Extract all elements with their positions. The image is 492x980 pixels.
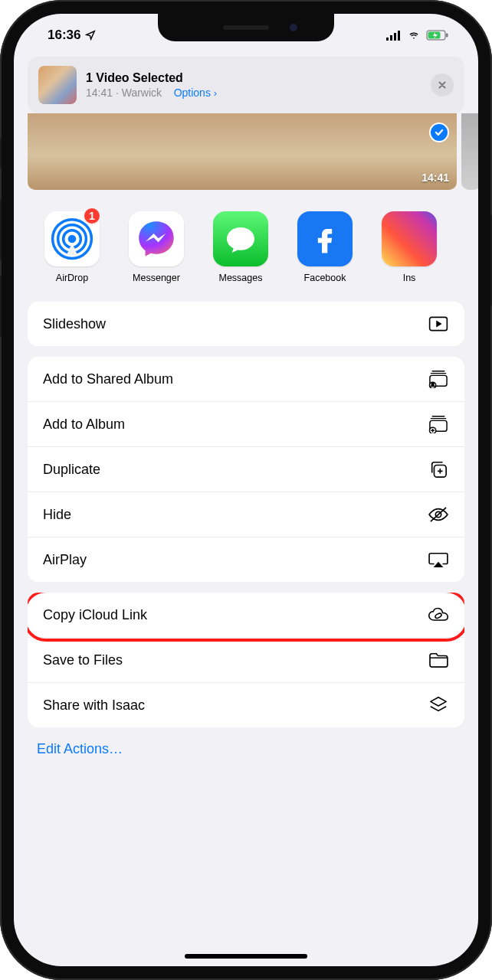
preview-thumbnail-next[interactable] [461,113,478,190]
app-label: Messenger [121,273,192,283]
selection-title: 1 Video Selected [86,71,421,85]
folder-icon [428,652,449,668]
options-button[interactable]: Options [174,87,211,99]
eye-slash-icon [428,506,449,523]
app-label: Messages [205,273,276,283]
add-album-icon [428,416,449,433]
action-label: Hide [43,507,71,523]
facebook-icon [297,211,353,266]
close-icon [437,80,448,90]
volume-up-button [0,199,2,260]
selection-time: 14:41 [86,87,113,99]
share-app-airdrop[interactable]: 1 AirDrop [37,211,107,283]
battery-icon [426,30,449,41]
svg-point-14 [431,383,434,385]
action-label: Duplicate [43,462,100,478]
messenger-icon [129,211,184,266]
svg-rect-1 [390,35,392,41]
svg-rect-5 [446,34,448,38]
stack-icon [428,697,449,714]
notch [158,14,334,41]
svg-point-7 [68,235,77,243]
selection-location: Warwick [122,87,162,99]
app-label: Ins [374,273,444,283]
play-rect-icon [428,315,449,332]
action-hide[interactable]: Hide [28,492,464,537]
preview-duration: 14:41 [421,172,449,184]
airdrop-badge: 1 [83,207,101,225]
share-app-facebook[interactable]: Facebook [290,211,360,283]
preview-thumbnail[interactable]: 14:41 [28,113,457,190]
shared-album-icon [428,371,449,387]
action-add-album[interactable]: Add to Album [28,401,464,446]
instagram-icon [382,211,437,266]
action-airplay[interactable]: AirPlay [28,537,464,582]
action-slideshow[interactable]: Slideshow [28,302,464,346]
edit-actions-button[interactable]: Edit Actions… [14,727,478,771]
volume-down-button [0,276,2,337]
selection-thumbnail [38,66,77,104]
location-icon [85,30,96,41]
action-copy-icloud-link[interactable]: Copy iCloud Link [28,593,464,637]
airplay-icon [428,551,449,568]
silent-switch [0,138,2,168]
action-label: Copy iCloud Link [43,607,147,623]
action-add-shared-album[interactable]: Add to Shared Album [28,357,464,401]
chevron-right-icon: › [214,87,217,99]
action-label: Add to Album [43,416,125,433]
selection-subtitle: 14:41 · Warwick Options › [86,87,421,99]
screen: 16:36 [14,14,478,966]
home-indicator[interactable] [185,954,307,959]
share-app-messages[interactable]: Messages [205,211,276,283]
share-app-messenger[interactable]: Messenger [121,211,192,283]
action-label: AirPlay [43,552,87,568]
preview-strip[interactable]: 14:41 [28,113,478,190]
selected-check-icon [429,122,449,142]
share-app-row[interactable]: 1 AirDrop [14,190,478,297]
svg-rect-0 [386,38,389,41]
app-label: Facebook [290,273,360,283]
app-label: AirDrop [37,273,107,283]
share-app-instagram[interactable]: Ins [374,211,444,283]
action-label: Add to Shared Album [43,371,173,387]
svg-point-19 [435,612,442,619]
action-list: Slideshow Add to Shared Album [14,297,478,727]
action-save-to-files[interactable]: Save to Files [28,637,464,682]
svg-rect-2 [394,33,396,41]
status-time: 16:36 [48,28,80,43]
cellular-icon [386,30,402,41]
action-label: Save to Files [43,652,123,668]
action-duplicate[interactable]: Duplicate [28,446,464,492]
phone-frame: 16:36 [0,0,492,980]
duplicate-icon [428,461,449,478]
close-button[interactable] [431,74,454,96]
wifi-icon [406,30,421,41]
messages-icon [213,211,268,266]
share-header: 1 Video Selected 14:41 · Warwick Options… [28,57,464,113]
cloud-link-icon [428,606,449,623]
svg-rect-3 [398,31,400,41]
action-label: Slideshow [43,316,106,332]
action-share-with-contact[interactable]: Share with Isaac [28,682,464,727]
action-label: Share with Isaac [43,697,145,714]
